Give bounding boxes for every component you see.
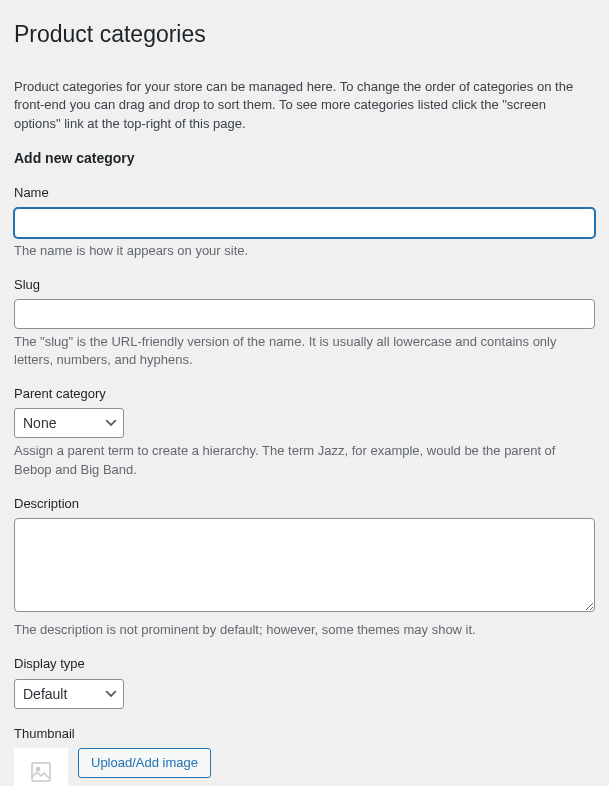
svg-point-1 [37, 768, 40, 771]
name-label: Name [14, 184, 595, 202]
slug-field-wrapper: Slug The "slug" is the URL-friendly vers… [14, 276, 595, 370]
slug-label: Slug [14, 276, 595, 294]
description-textarea[interactable] [14, 518, 595, 612]
parent-select[interactable]: None [14, 408, 124, 438]
intro-text: Product categories for your store can be… [14, 78, 595, 133]
slug-input[interactable] [14, 299, 595, 329]
name-field-wrapper: Name The name is how it appears on your … [14, 184, 595, 259]
display-type-field-wrapper: Display type Default [14, 655, 595, 708]
description-help: The description is not prominent by defa… [14, 621, 595, 639]
thumbnail-label: Thumbnail [14, 725, 595, 743]
thumbnail-field-wrapper: Thumbnail Upload/Add image [14, 725, 595, 786]
name-help: The name is how it appears on your site. [14, 242, 595, 260]
form-heading: Add new category [14, 149, 595, 169]
display-type-select[interactable]: Default [14, 679, 124, 709]
parent-label: Parent category [14, 385, 595, 403]
thumbnail-preview [14, 748, 68, 786]
page-title: Product categories [14, 18, 595, 50]
description-label: Description [14, 495, 595, 513]
slug-help: The "slug" is the URL-friendly version o… [14, 333, 595, 369]
description-field-wrapper: Description The description is not promi… [14, 495, 595, 640]
parent-field-wrapper: Parent category None Assign a parent ter… [14, 385, 595, 479]
placeholder-image-icon [29, 760, 53, 786]
name-input[interactable] [14, 208, 595, 238]
display-type-label: Display type [14, 655, 595, 673]
upload-image-button[interactable]: Upload/Add image [78, 748, 211, 778]
svg-rect-0 [32, 763, 50, 781]
parent-help: Assign a parent term to create a hierarc… [14, 442, 595, 478]
